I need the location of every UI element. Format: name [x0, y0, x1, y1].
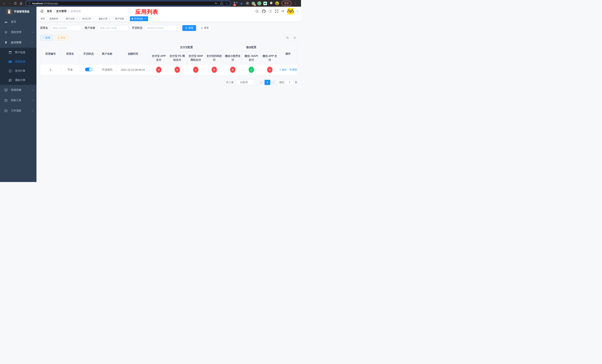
export-button[interactable]: 导出 — [55, 35, 68, 40]
chevron-down-icon — [32, 88, 34, 91]
browser-menu-icon[interactable]: ⋮ — [293, 2, 297, 5]
tab-refund-orders[interactable]: 退款订单× — [97, 16, 113, 21]
pagination-total: 共 1 条 — [226, 81, 234, 84]
back-button[interactable]: ← — [2, 1, 7, 6]
chevron-down-icon — [32, 99, 34, 101]
close-icon[interactable]: × — [75, 18, 78, 20]
plus-icon: + — [43, 36, 44, 39]
goto-page-input[interactable] — [285, 80, 294, 85]
breadcrumb-payment[interactable]: 支付管理 — [56, 10, 66, 13]
tab-app-info[interactable]: 应用信息× — [130, 16, 148, 21]
avatar[interactable] — [287, 8, 294, 14]
toggle-search-button[interactable] — [285, 35, 290, 40]
extension-y-icon[interactable]: Y — [257, 1, 261, 5]
goto-label: 前往 — [279, 81, 284, 84]
extension-chat-icon[interactable] — [263, 1, 267, 5]
sidebar-item-home[interactable]: 首页 — [0, 17, 36, 27]
logo-image — [6, 9, 12, 15]
edit-link[interactable]: ✎ 修改 — [279, 68, 287, 72]
tab-home[interactable]: 首页 — [39, 16, 47, 21]
chevron-down-icon — [32, 31, 34, 33]
avatar-caret-icon[interactable]: ▾ — [297, 10, 298, 12]
sidebar-item-merchant-info[interactable]: 商户信息 — [0, 48, 36, 57]
col-wechat-mini: 微信小程序支付 — [224, 52, 242, 64]
refresh-button[interactable] — [292, 35, 297, 40]
reload-button[interactable] — [13, 1, 18, 6]
extension-command-icon[interactable]: ⌘ — [246, 1, 249, 5]
sidebar-item-workflow[interactable]: 工作流程 — [0, 106, 36, 116]
sidebar-item-system[interactable]: ⚙ 系统管理 — [0, 27, 36, 37]
sidebar-item-refund-orders[interactable]: 退款订单 — [0, 75, 36, 85]
wechat-mini-status-icon: × — [230, 67, 236, 73]
extensions-area: ◆ 10 ◆ ⌘ 1 Y — [234, 1, 279, 5]
forward-button[interactable]: → — [7, 1, 12, 6]
search-icon[interactable] — [256, 10, 259, 13]
add-button[interactable]: + 新增 — [40, 35, 53, 40]
tab-bar: 首页 流程表单× 用户分组× 支付订单× 退款订单× 商户信息× 应用信息× — [36, 16, 301, 22]
reset-button[interactable]: 重置 — [198, 25, 212, 31]
close-icon[interactable]: × — [92, 18, 94, 20]
app-name-input[interactable] — [53, 27, 79, 30]
shop-icon — [8, 51, 12, 54]
sidebar-item-dev-tools[interactable]: 研发工具 — [0, 95, 36, 106]
merchant-name-label: 商户名称 — [85, 26, 95, 30]
merchant-name-input[interactable] — [100, 27, 126, 30]
tab-pay-orders[interactable]: 支付订单× — [81, 16, 96, 21]
address-bar[interactable]: i localhost:1024/pay/app ☆ — [26, 1, 231, 6]
extension-workona-icon[interactable]: ◆ 10 — [234, 1, 237, 5]
prev-page-button[interactable]: ‹ — [259, 80, 264, 85]
alipay-app-status-icon: × — [156, 67, 161, 73]
extension-recorder-icon[interactable]: 1 — [251, 1, 255, 5]
tab-merchant-info[interactable]: 商户信息× — [113, 16, 129, 21]
status-toggle[interactable] — [85, 68, 92, 71]
fullscreen-icon[interactable] — [275, 10, 278, 13]
app-name-label: 应用名 — [40, 26, 48, 30]
page-info-icon[interactable]: i — [28, 2, 31, 5]
tab-user-group[interactable]: 用户分组× — [64, 16, 80, 21]
col-alipay-pc: 支付宝 PC 网站支付 — [168, 52, 187, 64]
workflow-icon — [4, 109, 8, 112]
page-header: 首页 / 支付管理 / 应用信息 应用列表 ? TT — [36, 7, 301, 16]
page-1-button[interactable]: 1 — [265, 80, 270, 85]
help-icon[interactable]: ? — [269, 10, 272, 13]
col-created: 创建时间 — [117, 43, 150, 64]
close-icon[interactable]: × — [125, 18, 127, 20]
close-icon[interactable]: × — [144, 18, 146, 20]
col-alipay-qr: 支付宝扫码支付 — [205, 52, 224, 64]
close-icon[interactable]: × — [108, 18, 111, 20]
status-select[interactable] — [145, 25, 180, 31]
breadcrumb-home[interactable]: 首页 — [47, 10, 52, 13]
tab-process-form[interactable]: 流程表单× — [48, 16, 63, 21]
search-button[interactable]: 搜索 — [182, 25, 196, 31]
url-text: localhost:1024/pay/app — [32, 2, 58, 5]
browser-update-button[interactable]: 更新 — [281, 1, 291, 6]
extension-emoji-icon[interactable] — [275, 1, 279, 5]
sidebar-item-payment[interactable]: ¥ 支付管理 — [0, 37, 36, 48]
sidebar-item-app-info[interactable]: 应用信息 — [0, 57, 36, 66]
chevron-down-icon — [252, 81, 253, 83]
bookmark-star-icon[interactable]: ☆ — [226, 2, 228, 5]
page-size-select[interactable]: 10条/页 — [236, 80, 255, 85]
font-size-icon[interactable]: TT — [281, 10, 284, 13]
sidebar-item-infrastructure[interactable]: 基础设施 — [0, 85, 36, 95]
cell-created: 2021-10-23 08:49:25 — [117, 64, 150, 75]
extensions-puzzle-icon[interactable] — [269, 1, 273, 5]
download-icon — [58, 37, 60, 39]
github-icon[interactable] — [262, 10, 266, 13]
password-key-icon[interactable] — [215, 2, 218, 5]
col-app-name: 应用名 — [61, 43, 79, 64]
cell-merchant: 芋道源码 — [98, 64, 117, 75]
sidebar-item-pay-orders[interactable]: ¥ 支付订单 — [0, 66, 36, 75]
page-title: 应用列表 — [135, 8, 158, 16]
home-button[interactable] — [19, 1, 23, 6]
app-table: 应用编号 应用名 开启状态 商户名称 创建时间 支付宝配置 微信配置 操作 支付… — [40, 43, 297, 75]
delete-link[interactable]: 删除 — [290, 68, 297, 71]
next-page-button[interactable]: › — [271, 80, 276, 85]
chevron-down-icon — [32, 109, 34, 111]
chevron-down-icon — [176, 27, 178, 29]
search-form: 应用名 商户名称 开启状态 搜索 重置 — [40, 25, 297, 31]
sidebar-collapse-icon[interactable] — [40, 10, 43, 13]
share-icon[interactable] — [220, 2, 223, 5]
extension-balloon-icon[interactable]: ◆ — [239, 1, 243, 5]
close-icon[interactable]: × — [59, 18, 62, 20]
